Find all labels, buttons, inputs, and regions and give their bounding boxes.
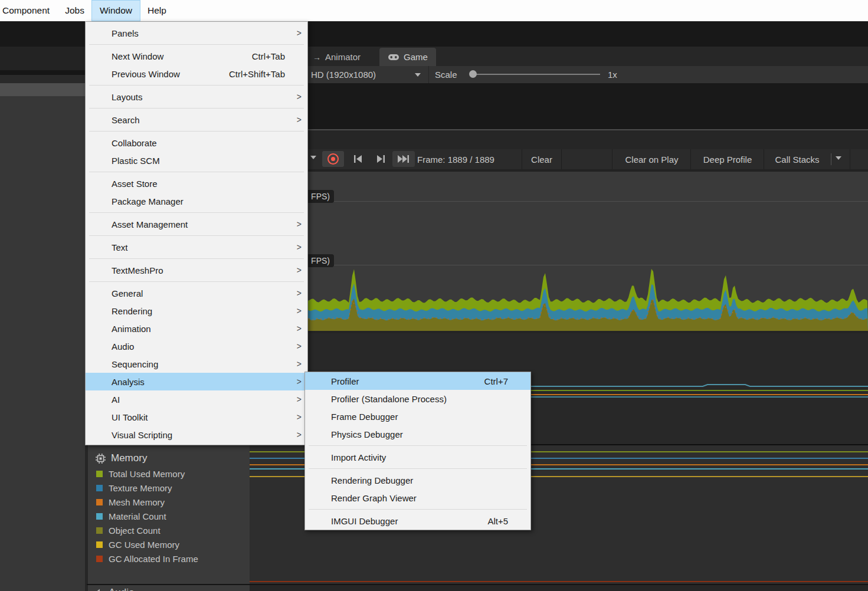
legend-gc-allocated-in-frame[interactable]: GC Allocated In Frame xyxy=(88,551,250,566)
menubar-item-component[interactable]: Component xyxy=(0,1,57,21)
menubar-item-jobs[interactable]: Jobs xyxy=(57,1,92,21)
menu-item-shortcut: Ctrl+7 xyxy=(484,376,508,386)
menu-item-label: TextMeshPro xyxy=(112,265,163,275)
memory-panel: Memory Total Used MemoryTexture MemoryMe… xyxy=(87,445,250,584)
scale-value: 1x xyxy=(608,66,617,83)
cpu-usage-chart[interactable] xyxy=(250,172,868,331)
memory-chip-icon xyxy=(96,454,106,464)
window-menu-item-visual-scripting[interactable]: Visual Scripting> xyxy=(86,426,307,444)
call-stacks-button[interactable]: Call Stacks xyxy=(764,149,830,169)
menu-item-label: Import Activity xyxy=(331,452,386,462)
left-panel-header-bar[interactable] xyxy=(0,83,85,96)
analysis-submenu-item-physics-debugger[interactable]: Physics Debugger xyxy=(305,425,530,443)
menu-item-label: Text xyxy=(112,242,128,252)
window-menu-item-asset-store[interactable]: Asset Store xyxy=(86,175,307,192)
unity-editor-window: FPS) FPS) → Animator Game HD (1920x1080)… xyxy=(0,0,868,591)
clear-button[interactable]: Clear xyxy=(522,149,562,169)
window-menu-separator xyxy=(89,258,304,259)
record-button[interactable] xyxy=(322,151,344,167)
window-menu-item-analysis[interactable]: Analysis> xyxy=(86,373,307,390)
deep-profile-button[interactable]: Deep Profile xyxy=(690,149,764,169)
window-menu-item-layouts[interactable]: Layouts> xyxy=(86,88,307,106)
submenu-arrow-icon: > xyxy=(293,242,302,252)
window-menu-item-textmeshpro[interactable]: TextMeshPro> xyxy=(86,261,307,279)
scale-slider-track[interactable] xyxy=(475,74,600,75)
menu-item-label: Render Graph Viewer xyxy=(331,493,417,503)
window-menu-item-rendering[interactable]: Rendering> xyxy=(86,302,307,320)
menu-item-shortcut: Ctrl+Shift+Tab xyxy=(229,69,293,79)
left-panel-body xyxy=(0,96,85,591)
fps-gridline xyxy=(334,265,868,265)
profiler-target-caret-icon[interactable] xyxy=(310,156,316,159)
analysis-submenu-item-render-graph-viewer[interactable]: Render Graph Viewer xyxy=(305,489,530,507)
legend-label: Material Count xyxy=(109,511,166,521)
resolution-caret-icon[interactable] xyxy=(415,73,421,77)
legend-color-swatch xyxy=(96,527,103,534)
menu-item-label: Layouts xyxy=(112,92,143,102)
window-menu-item-general[interactable]: General> xyxy=(86,284,307,302)
submenu-arrow-icon: > xyxy=(293,115,302,124)
window-menu-item-text[interactable]: Text> xyxy=(86,238,307,256)
menu-item-label: Asset Management xyxy=(112,219,188,229)
call-stacks-caret-icon[interactable] xyxy=(836,156,841,160)
menu-item-label: Profiler xyxy=(331,376,359,386)
window-menu-item-panels[interactable]: Panels> xyxy=(86,24,307,42)
analysis-submenu-item-frame-debugger[interactable]: Frame Debugger xyxy=(305,408,530,425)
window-menu-item-audio[interactable]: Audio> xyxy=(86,337,307,355)
window-menu-item-collaborate[interactable]: Collaborate xyxy=(86,134,307,152)
submenu-arrow-icon: > xyxy=(293,306,302,316)
submenu-arrow-icon: > xyxy=(293,342,302,351)
window-menu-item-search[interactable]: Search> xyxy=(86,111,307,129)
submenu-arrow-icon: > xyxy=(293,359,302,369)
legend-label: GC Allocated In Frame xyxy=(109,554,198,564)
window-menu-item-asset-management[interactable]: Asset Management> xyxy=(86,215,307,233)
tab-animator[interactable]: → Animator xyxy=(304,48,369,66)
legend-material-count[interactable]: Material Count xyxy=(88,509,250,523)
memory-section-header[interactable]: Memory xyxy=(88,445,250,467)
prev-frame-button[interactable] xyxy=(347,151,368,167)
legend-texture-memory[interactable]: Texture Memory xyxy=(88,481,250,495)
analysis-submenu-item-profiler-standalone-process[interactable]: Profiler (Standalone Process) xyxy=(305,390,530,408)
analysis-submenu-item-profiler[interactable]: ProfilerCtrl+7 xyxy=(305,372,530,390)
legend-mesh-memory[interactable]: Mesh Memory xyxy=(88,495,250,509)
menubar-item-window[interactable]: Window xyxy=(92,1,140,21)
analysis-submenu-item-import-activity[interactable]: Import Activity xyxy=(305,448,530,466)
menu-item-label: Frame Debugger xyxy=(331,412,398,422)
menu-item-label: Rendering Debugger xyxy=(331,475,413,485)
window-menu-item-next-window[interactable]: Next WindowCtrl+Tab xyxy=(86,47,307,65)
legend-total-used-memory[interactable]: Total Used Memory xyxy=(88,467,250,481)
legend-object-count[interactable]: Object Count xyxy=(88,523,250,537)
window-menu-item-sequencing[interactable]: Sequencing> xyxy=(86,355,307,373)
analysis-submenu-item-rendering-debugger[interactable]: Rendering Debugger xyxy=(305,471,530,489)
resolution-dropdown[interactable]: HD (1920x1080) xyxy=(311,66,376,83)
audio-section-header[interactable]: Audio xyxy=(94,587,134,591)
clear-on-play-button[interactable]: Clear on Play xyxy=(612,149,691,169)
window-menu-separator xyxy=(89,44,304,45)
legend-color-swatch xyxy=(96,471,103,477)
next-frame-icon xyxy=(376,155,385,163)
window-menu-item-ai[interactable]: AI> xyxy=(86,390,307,408)
window-menu-item-package-manager[interactable]: Package Manager xyxy=(86,192,307,210)
window-menu-item-ui-toolkit[interactable]: UI Toolkit> xyxy=(86,408,307,426)
audio-speaker-icon xyxy=(94,589,103,591)
analysis-submenu-item-imgui-debugger[interactable]: IMGUI DebuggerAlt+5 xyxy=(305,512,530,530)
menu-item-label: Sequencing xyxy=(112,359,158,369)
last-frame-button[interactable] xyxy=(392,151,415,167)
submenu-arrow-icon: > xyxy=(293,324,302,333)
memory-legend: Total Used MemoryTexture MemoryMesh Memo… xyxy=(88,467,250,566)
menubar-item-help[interactable]: Help xyxy=(140,1,174,21)
window-menu-separator xyxy=(89,212,304,213)
window-menu-item-animation[interactable]: Animation> xyxy=(86,320,307,337)
menu-item-label: IMGUI Debugger xyxy=(331,516,398,526)
tab-animator-label: Animator xyxy=(325,52,361,62)
menu-item-label: Collaborate xyxy=(112,138,157,148)
window-menu-separator xyxy=(89,108,304,109)
next-frame-button[interactable] xyxy=(370,151,391,167)
window-menu-item-plastic-scm[interactable]: Plastic SCM xyxy=(86,152,307,169)
tab-game[interactable]: Game xyxy=(379,48,436,66)
scale-slider-knob[interactable] xyxy=(469,70,477,78)
window-menu-separator xyxy=(89,85,304,86)
legend-gc-used-memory[interactable]: GC Used Memory xyxy=(88,537,250,551)
left-panel-mid xyxy=(0,75,85,83)
window-menu-item-previous-window[interactable]: Previous WindowCtrl+Shift+Tab xyxy=(86,65,307,83)
